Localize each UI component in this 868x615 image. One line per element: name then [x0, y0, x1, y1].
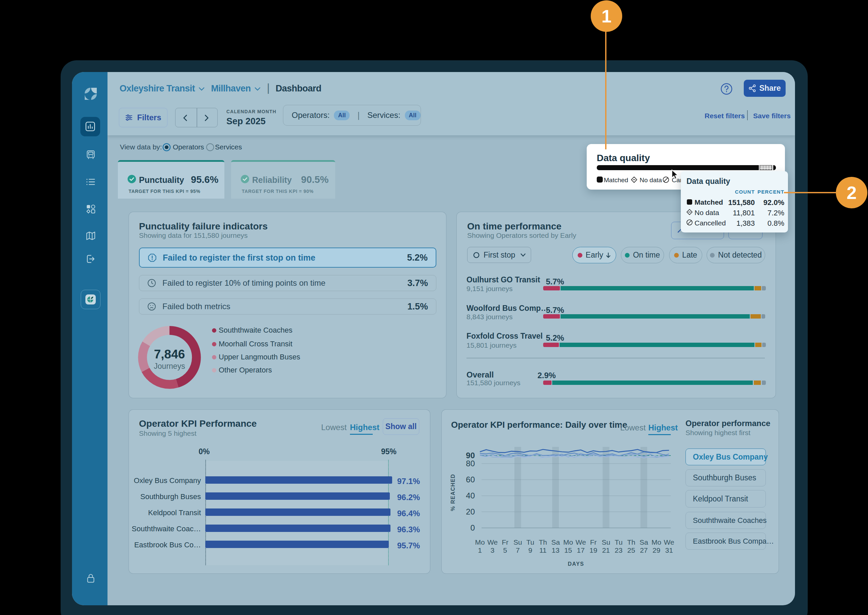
svg-text:Su: Su [513, 538, 522, 546]
svg-text:We: We [576, 538, 586, 546]
svg-text:Mo: Mo [652, 538, 661, 546]
svg-text:5: 5 [503, 546, 507, 554]
svg-text:60: 60 [466, 475, 475, 484]
svg-text:25: 25 [627, 546, 635, 554]
svg-text:17: 17 [577, 546, 585, 554]
svg-text:80: 80 [466, 459, 475, 468]
svg-text:We: We [487, 538, 498, 546]
svg-text:Fr: Fr [590, 538, 597, 546]
svg-text:21: 21 [602, 546, 610, 554]
svg-text:We: We [664, 538, 674, 546]
svg-text:20: 20 [466, 507, 475, 516]
svg-text:Sa: Sa [551, 538, 560, 546]
svg-text:Mo: Mo [563, 538, 573, 546]
svg-text:31: 31 [665, 546, 673, 554]
svg-text:Th: Th [627, 538, 636, 546]
svg-text:1: 1 [478, 546, 482, 554]
svg-text:Tu: Tu [527, 538, 535, 546]
svg-text:Mo: Mo [475, 538, 485, 546]
svg-text:90: 90 [466, 451, 475, 460]
svg-text:7: 7 [516, 546, 520, 554]
svg-text:27: 27 [640, 546, 648, 554]
svg-text:Su: Su [602, 538, 611, 546]
svg-text:15: 15 [564, 546, 572, 554]
svg-text:0: 0 [471, 523, 475, 532]
svg-text:Fr: Fr [502, 538, 508, 546]
svg-text:40: 40 [466, 491, 475, 500]
svg-text:19: 19 [589, 546, 597, 554]
svg-text:DAYS: DAYS [568, 561, 584, 567]
svg-text:Sa: Sa [640, 538, 648, 546]
svg-text:13: 13 [552, 546, 559, 554]
svg-text:23: 23 [615, 546, 623, 554]
svg-text:11: 11 [539, 546, 547, 554]
svg-text:9: 9 [528, 546, 533, 554]
svg-text:3: 3 [491, 546, 495, 554]
svg-text:29: 29 [653, 546, 661, 554]
svg-text:Tu: Tu [614, 538, 623, 546]
svg-text:Th: Th [539, 538, 547, 546]
